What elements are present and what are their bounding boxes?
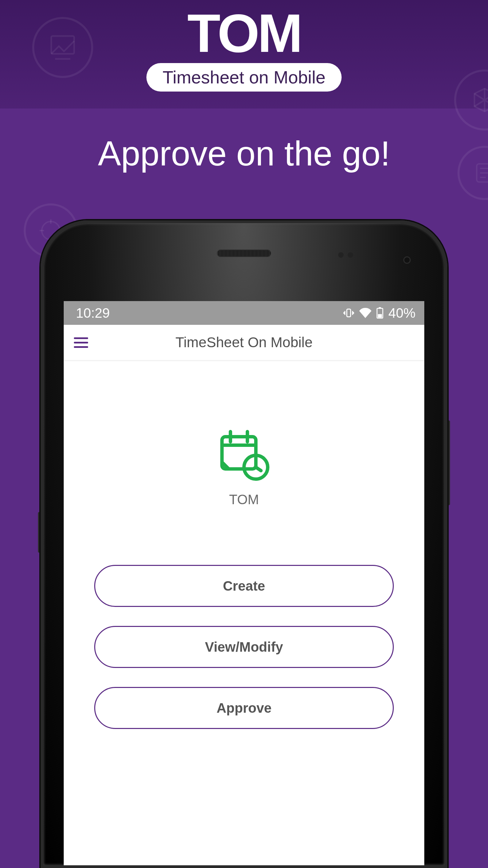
- app-header: TimeSheet On Mobile: [64, 325, 424, 360]
- app-header-title: TimeSheet On Mobile: [74, 334, 414, 351]
- approve-button[interactable]: Approve: [94, 687, 394, 729]
- action-list: Create View/Modify Approve: [64, 565, 424, 729]
- app-icon-label: TOM: [64, 492, 424, 507]
- phone-camera: [403, 256, 411, 264]
- create-button[interactable]: Create: [94, 565, 394, 607]
- create-button-label: Create: [223, 578, 265, 594]
- logo-block: TOM Timesheet on Mobile: [0, 6, 488, 92]
- app-body: TOM Create View/Modify Approve: [64, 360, 424, 729]
- status-right: 40%: [343, 305, 415, 321]
- tagline: Approve on the go!: [0, 134, 488, 174]
- approve-button-label: Approve: [217, 701, 271, 716]
- calendar-clock-icon: [217, 428, 271, 484]
- phone-mockup: 10:29 40%: [41, 220, 447, 868]
- battery-percent: 40%: [388, 305, 415, 321]
- logo-text: TOM: [0, 6, 488, 60]
- view-modify-button-label: View/Modify: [205, 639, 283, 655]
- phone-sensor-dots: [338, 252, 344, 258]
- view-modify-button[interactable]: View/Modify: [94, 626, 394, 668]
- status-bar: 10:29 40%: [64, 301, 424, 325]
- svg-rect-3: [347, 309, 350, 317]
- wifi-icon: [359, 308, 371, 318]
- svg-rect-6: [378, 314, 382, 317]
- logo-subtitle-pill: Timesheet on Mobile: [146, 63, 342, 92]
- battery-icon: [376, 307, 384, 319]
- phone-speaker: [217, 250, 271, 257]
- vibrate-icon: [343, 307, 354, 319]
- svg-rect-7: [222, 437, 256, 469]
- phone-screen: 10:29 40%: [64, 301, 424, 865]
- status-time: 10:29: [76, 305, 110, 321]
- banner: TOM Timesheet on Mobile: [0, 0, 488, 108]
